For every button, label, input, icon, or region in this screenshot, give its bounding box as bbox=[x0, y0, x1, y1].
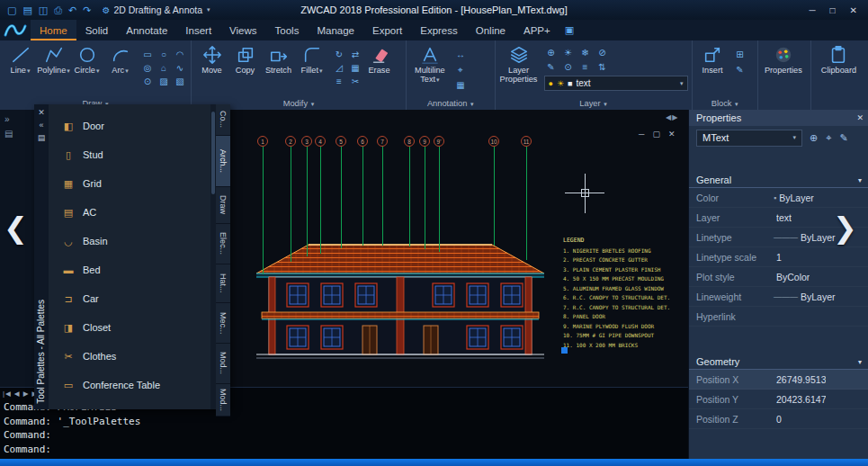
edit-block-icon[interactable]: ✎ bbox=[733, 64, 747, 76]
stretch-button[interactable]: Stretch bbox=[262, 41, 295, 75]
new-file-icon[interactable]: ▢ bbox=[7, 4, 16, 16]
layer-group-label[interactable]: Layer ▾ bbox=[496, 98, 692, 110]
table-icon[interactable]: ▦ bbox=[453, 79, 468, 91]
ribbon-tab[interactable]: Solid bbox=[76, 20, 118, 40]
minimize-icon[interactable]: ─ bbox=[809, 5, 815, 15]
ribbon-tab[interactable]: Insert bbox=[176, 20, 220, 40]
doc-close-icon[interactable]: ✕ bbox=[668, 130, 676, 139]
arc-button[interactable]: Arc▾ bbox=[103, 41, 137, 75]
mirror-icon[interactable]: ⇄ bbox=[348, 49, 362, 60]
palette-tab[interactable]: Mec... bbox=[216, 303, 230, 344]
ribbon-tab[interactable]: Express bbox=[411, 20, 467, 40]
palette-item[interactable]: ⊐ Car bbox=[49, 284, 210, 313]
select-objects-icon[interactable]: ⌖ bbox=[826, 132, 831, 144]
quick-select-icon[interactable]: ✎ bbox=[839, 132, 847, 144]
palette-tab[interactable]: Mod... bbox=[216, 384, 230, 417]
ribbon-tab[interactable]: Export bbox=[363, 20, 411, 40]
layer-freeze-icon[interactable]: ❄ bbox=[578, 47, 593, 58]
donut-icon[interactable]: ◎ bbox=[140, 62, 155, 74]
ribbon-display-icon[interactable]: ▣ bbox=[565, 24, 574, 36]
erase-button[interactable]: Erase bbox=[362, 41, 396, 75]
palette-menu-icon[interactable]: ▤ bbox=[34, 133, 49, 142]
doc-minimize-icon[interactable]: ─ bbox=[639, 130, 644, 139]
leader-icon[interactable]: ⌖ bbox=[453, 64, 468, 76]
palette-tab[interactable]: Draw bbox=[216, 187, 230, 224]
palettes-menu-icon[interactable]: ▤ bbox=[4, 129, 34, 139]
print-icon[interactable]: ⎙ bbox=[54, 4, 62, 16]
maximize-icon[interactable]: □ bbox=[830, 5, 836, 15]
close-icon[interactable]: ✕ bbox=[850, 5, 857, 15]
layer-properties-button[interactable]: Layer Properties bbox=[499, 41, 539, 84]
create-block-icon[interactable]: ⊞ bbox=[733, 49, 747, 60]
rectangle-icon[interactable]: ▭ bbox=[140, 49, 155, 60]
palette-item[interactable]: ▯ Stud bbox=[49, 140, 210, 169]
palette-item[interactable]: ◡ Basin bbox=[49, 227, 210, 255]
current-layer-dropdown[interactable]: ● ☀ ■ text ▾ bbox=[544, 76, 688, 91]
property-row[interactable]: Linetype scale 1 bbox=[689, 247, 868, 267]
palette-item[interactable]: ▭ Conference Table bbox=[49, 371, 210, 399]
section-header-geometry[interactable]: Geometry ▾ bbox=[689, 354, 868, 370]
line-button[interactable]: Line▾ bbox=[4, 41, 37, 75]
property-row[interactable]: Position X 26749.9513 bbox=[689, 370, 868, 390]
gradient-icon[interactable]: ▧ bbox=[173, 76, 187, 87]
pickadd-toggle-icon[interactable]: ⊕ bbox=[810, 132, 818, 144]
ribbon-tab[interactable]: Views bbox=[220, 20, 265, 40]
panel-splitter-arrows-icon[interactable]: ◀▶ bbox=[666, 113, 678, 121]
spline-icon[interactable]: ∿ bbox=[173, 62, 187, 74]
palette-item[interactable]: ✂ Clothes bbox=[49, 342, 210, 371]
property-row[interactable]: Plot style ByColor bbox=[689, 267, 868, 287]
trim-icon[interactable]: ✂ bbox=[348, 76, 362, 87]
undo-icon[interactable]: ↶ bbox=[68, 4, 76, 16]
property-row[interactable]: Position Z 0 bbox=[689, 409, 868, 429]
palette-item[interactable]: ▬ Bed bbox=[49, 255, 210, 284]
region-icon[interactable]: ⌂ bbox=[157, 62, 171, 74]
save-icon[interactable]: ◫ bbox=[39, 4, 48, 16]
array-icon[interactable]: ▦ bbox=[348, 62, 362, 74]
palette-tab[interactable]: Arch... bbox=[216, 136, 230, 187]
palette-tab[interactable]: Elec... bbox=[216, 224, 230, 264]
layer-isolate-icon[interactable]: ⊕ bbox=[544, 47, 559, 58]
command-line[interactable]: Command: '_ToolPalettes bbox=[4, 415, 685, 429]
layer-states-icon[interactable]: ≡ bbox=[578, 61, 593, 73]
block-group-label[interactable]: Block ▾ bbox=[693, 98, 757, 110]
insert-button[interactable]: Insert bbox=[696, 41, 729, 75]
palette-item[interactable]: ◧ Door bbox=[49, 112, 210, 140]
expand-strip-icon[interactable]: » bbox=[4, 114, 34, 124]
grip-point[interactable] bbox=[561, 347, 568, 354]
ribbon-tab[interactable]: APP+ bbox=[515, 20, 559, 40]
copy-button[interactable]: Copy bbox=[228, 41, 262, 75]
palette-item[interactable]: ◨ Closet bbox=[49, 313, 210, 342]
ribbon-tab[interactable]: Home bbox=[31, 20, 76, 40]
point-icon[interactable]: ⊙ bbox=[140, 76, 155, 87]
scale-icon[interactable]: ◿ bbox=[332, 62, 346, 74]
ellipse-icon[interactable]: ○ bbox=[157, 49, 171, 60]
palette-close-icon[interactable]: ✕ bbox=[34, 108, 49, 117]
clipboard-button[interactable]: Clipboard bbox=[815, 41, 862, 75]
command-line[interactable]: Command: bbox=[4, 443, 685, 457]
palette-tab[interactable]: Hat... bbox=[216, 264, 230, 303]
previous-arrow[interactable]: ❮ bbox=[4, 211, 28, 245]
layer-on-icon[interactable]: ☀ bbox=[561, 47, 576, 58]
open-folder-icon[interactable]: ▤ bbox=[22, 4, 31, 16]
palette-tab[interactable]: Co... bbox=[216, 104, 230, 136]
properties-close-icon[interactable]: ✕ bbox=[856, 113, 864, 122]
command-line[interactable]: Command: bbox=[4, 428, 685, 443]
arc-segment-icon[interactable]: ◠ bbox=[173, 49, 187, 60]
multiline-text-button[interactable]: Multiline Text▾ bbox=[410, 41, 450, 84]
layer-edit-icon[interactable]: ✎ bbox=[544, 61, 559, 73]
layer-walk-icon[interactable]: ⇅ bbox=[595, 61, 610, 73]
property-row[interactable]: Lineweight ——— ByLayer bbox=[689, 287, 868, 307]
properties-panel-button[interactable]: Properties bbox=[762, 41, 805, 75]
ribbon-tab[interactable]: Tools bbox=[266, 20, 309, 40]
workspace-switcher[interactable]: ⚙ 2D Drafting & Annota ▾ bbox=[102, 4, 210, 15]
palette-item[interactable]: ▦ Grid bbox=[49, 169, 210, 198]
annotation-group-label[interactable]: Annotation ▾ bbox=[407, 98, 495, 110]
property-row[interactable]: Hyperlink bbox=[689, 307, 868, 327]
property-row[interactable]: Position Y 20423.6147 bbox=[689, 390, 868, 409]
palette-autohide-icon[interactable]: « bbox=[34, 121, 49, 130]
ribbon-tab[interactable]: Online bbox=[467, 20, 515, 40]
zwcad-logo-icon[interactable] bbox=[0, 20, 31, 40]
layer-off-icon[interactable]: ⊘ bbox=[595, 47, 610, 58]
palette-item[interactable]: ▤ AC bbox=[49, 198, 210, 227]
palette-tab[interactable]: Mod... bbox=[216, 344, 230, 384]
